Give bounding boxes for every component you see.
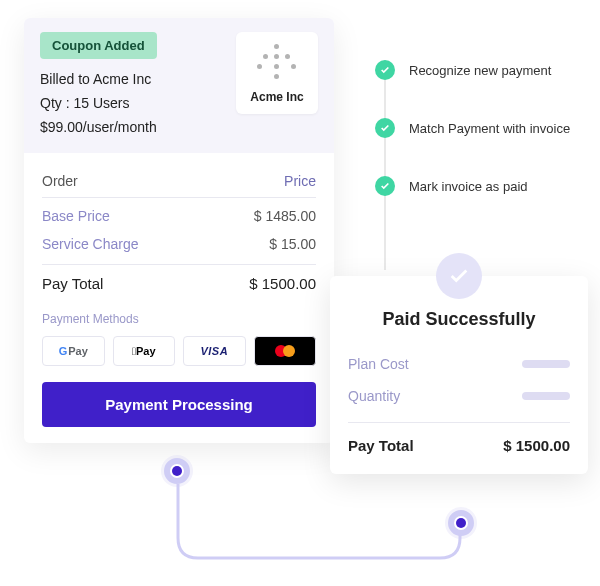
- timeline-step-1: Recognize new payment: [375, 60, 570, 80]
- gpay-text: Pay: [68, 345, 88, 357]
- success-total-label: Pay Total: [348, 437, 414, 454]
- line-item-service-charge: Service Charge $ 15.00: [42, 226, 316, 254]
- line-value: $ 1485.00: [254, 208, 316, 224]
- customer-logo: Acme Inc: [236, 32, 318, 114]
- success-total-row: Pay Total $ 1500.00: [348, 422, 570, 458]
- order-total-row: Pay Total $ 1500.00: [42, 264, 316, 302]
- logo-icon: [253, 42, 301, 84]
- payment-method-gpay[interactable]: G Pay: [42, 336, 105, 366]
- payment-method-applepay[interactable]:  Pay: [113, 336, 176, 366]
- total-label: Pay Total: [42, 275, 103, 292]
- order-body: Order Price Base Price $ 1485.00 Service…: [24, 153, 334, 443]
- success-row-label: Quantity: [348, 388, 400, 404]
- success-row-quantity: Quantity: [348, 380, 570, 412]
- line-value: $ 15.00: [269, 236, 316, 252]
- connector-node-icon: [164, 458, 190, 484]
- column-order: Order: [42, 173, 78, 189]
- check-icon: [375, 60, 395, 80]
- payment-methods-label: Payment Methods: [42, 312, 316, 326]
- logo-label: Acme Inc: [244, 90, 310, 104]
- billed-to-text: Billed to Acme Inc: [40, 71, 236, 87]
- success-card: Paid Successfully Plan Cost Quantity Pay…: [330, 276, 588, 474]
- applepay-text: Pay: [136, 345, 156, 357]
- line-label: Base Price: [42, 208, 110, 224]
- payment-processing-button[interactable]: Payment Processing: [42, 382, 316, 427]
- payment-methods-row: G Pay  Pay VISA: [42, 336, 316, 366]
- timeline: Recognize new payment Match Payment with…: [375, 60, 570, 234]
- success-body: Paid Successfully Plan Cost Quantity Pay…: [330, 309, 588, 474]
- success-total-value: $ 1500.00: [503, 437, 570, 454]
- gpay-logo-icon: G: [59, 345, 68, 357]
- success-row-plan-cost: Plan Cost: [348, 348, 570, 380]
- line-item-base-price: Base Price $ 1485.00: [42, 198, 316, 226]
- timeline-step-3: Mark invoice as paid: [375, 176, 570, 196]
- payment-method-mastercard[interactable]: [254, 336, 317, 366]
- connector-line: [164, 458, 484, 578]
- unit-price-text: $99.00/user/month: [40, 119, 236, 135]
- connector-node-icon: [448, 510, 474, 536]
- success-title: Paid Successfully: [348, 309, 570, 330]
- success-row-label: Plan Cost: [348, 356, 409, 372]
- check-icon: [375, 118, 395, 138]
- order-head: Coupon Added Billed to Acme Inc Qty : 15…: [24, 18, 334, 153]
- quantity-text: Qty : 15 Users: [40, 95, 236, 111]
- order-columns: Order Price: [42, 165, 316, 198]
- order-head-left: Coupon Added Billed to Acme Inc Qty : 15…: [40, 32, 236, 135]
- timeline-label: Match Payment with invoice: [409, 121, 570, 136]
- timeline-label: Recognize new payment: [409, 63, 551, 78]
- line-label: Service Charge: [42, 236, 139, 252]
- check-icon: [375, 176, 395, 196]
- payment-method-visa[interactable]: VISA: [183, 336, 246, 366]
- skeleton-placeholder: [522, 360, 570, 368]
- coupon-badge: Coupon Added: [40, 32, 157, 59]
- timeline-line: [384, 60, 386, 270]
- column-price: Price: [284, 173, 316, 189]
- total-value: $ 1500.00: [249, 275, 316, 292]
- timeline-step-2: Match Payment with invoice: [375, 118, 570, 138]
- success-check-icon: [436, 253, 482, 299]
- mastercard-icon: [283, 345, 295, 357]
- timeline-label: Mark invoice as paid: [409, 179, 528, 194]
- order-card: Coupon Added Billed to Acme Inc Qty : 15…: [24, 18, 334, 443]
- skeleton-placeholder: [522, 392, 570, 400]
- visa-text: VISA: [200, 345, 228, 357]
